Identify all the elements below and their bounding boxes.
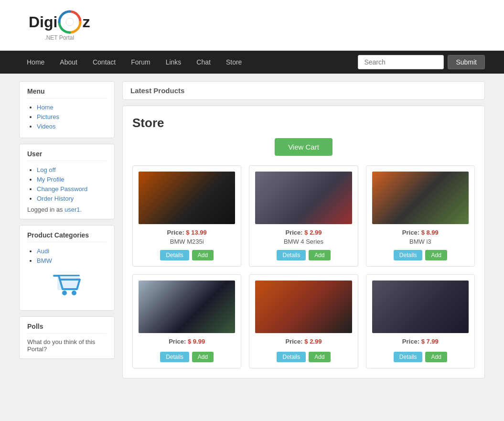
add-button[interactable]: Add [192,352,214,362]
sidebar-categories-list: Audi BMW [27,247,107,264]
sidebar-user-list: Log off My Profile Change Password Order… [27,166,107,202]
product-grid: Price: $ 13.99 BMW M235i Details Add Pri… [132,165,475,368]
price-value: $ 7.99 [421,338,439,345]
product-image [255,172,352,224]
list-item: Home [37,103,107,111]
product-actions: Details Add [277,352,330,362]
product-actions: Details Add [277,250,330,260]
nav-contact[interactable]: Contact [85,52,123,73]
logo-text-before: Digi [29,13,57,31]
category-audi[interactable]: Audi [37,248,49,255]
search-submit-button[interactable]: Submit [448,55,485,69]
svg-point-1 [66,18,74,26]
price-label: Price: [169,338,186,345]
nav-about[interactable]: About [52,52,85,73]
product-card: Price: $ 2.99 BMW 4 Series Details Add [249,165,358,267]
logo-subtitle: .NET Portal [44,34,74,41]
price-value: $ 2.99 [304,338,322,345]
product-actions: Details Add [394,250,447,260]
list-item: Videos [37,122,107,130]
cart-icon [50,271,84,300]
product-card: Price: $ 13.99 BMW M235i Details Add [132,165,241,267]
product-actions: Details Add [394,352,447,362]
sidebar-logoff[interactable]: Log off [37,166,56,173]
product-price: Price: $ 13.99 [167,229,207,236]
username-link[interactable]: user1. [64,206,82,213]
svg-point-5 [72,291,76,295]
navbar: Home About Contact Forum Links Chat Stor… [0,51,504,74]
add-button[interactable]: Add [309,250,330,260]
details-button[interactable]: Details [160,352,189,362]
price-value: $ 9.99 [188,338,205,345]
details-button[interactable]: Details [394,352,423,362]
details-button[interactable]: Details [277,352,306,362]
polls-question: What do you think of this Portal? [27,338,107,353]
list-item: BMW [37,257,107,264]
price-label: Price: [286,229,303,236]
details-button[interactable]: Details [277,250,306,260]
nav-links[interactable]: Links [158,52,189,73]
sidebar-menu-title: Menu [27,87,107,98]
main-content: Latest Products Store View Cart Price: $… [122,81,485,378]
sidebar-menu-box: Menu Home Pictures Videos [19,81,115,138]
header: Digi z .NET Portal [0,0,504,51]
details-button[interactable]: Details [160,250,189,260]
sidebar-user-title: User [27,150,107,161]
product-name: BMW 4 Series [284,238,323,245]
sidebar-user-box: User Log off My Profile Change Password … [19,144,115,219]
price-value: $ 8.99 [421,229,439,236]
view-cart-wrap: View Cart [132,138,475,156]
add-button[interactable]: Add [309,352,330,362]
sidebar-myprofile[interactable]: My Profile [37,176,64,183]
product-image [139,172,235,224]
product-actions: Details Add [160,352,214,362]
sidebar-categories-box: Product Categories Audi BMW [19,225,115,311]
sidebar-changepassword[interactable]: Change Password [37,185,87,193]
nav-store[interactable]: Store [218,52,249,73]
store-title: Store [132,116,475,130]
view-cart-button[interactable]: View Cart [275,138,332,156]
sidebar-menu-pictures[interactable]: Pictures [37,113,59,120]
sidebar-menu-list: Home Pictures Videos [27,103,107,130]
search-area: Submit [358,55,485,69]
logged-in-text: Logged in as user1. [27,206,107,213]
sidebar-menu-home[interactable]: Home [37,104,54,111]
store-container: Store View Cart Price: $ 13.99 BMW M235i… [122,106,485,378]
sidebar-polls-box: Polls What do you think of this Portal? [19,316,115,359]
price-label: Price: [402,229,419,236]
nav-chat[interactable]: Chat [189,52,218,73]
category-bmw[interactable]: BMW [37,257,52,264]
product-name: BMW M235i [170,238,204,245]
price-value: $ 2.99 [304,229,322,236]
svg-rect-3 [59,275,80,276]
nav-home[interactable]: Home [19,52,52,73]
product-image [372,172,469,224]
product-price: Price: $ 9.99 [169,338,205,345]
product-image [139,281,235,333]
product-image [372,281,469,333]
sidebar-orderhistory[interactable]: Order History [37,195,74,202]
product-price: Price: $ 7.99 [402,338,439,345]
nav-links: Home About Contact Forum Links Chat Stor… [19,52,249,73]
sidebar-categories-title: Product Categories [27,231,107,242]
sidebar: Menu Home Pictures Videos User Log off M… [19,81,115,359]
price-label: Price: [286,338,303,345]
details-button[interactable]: Details [394,250,423,260]
list-item: My Profile [37,175,107,183]
price-label: Price: [402,338,419,345]
content-header: Latest Products [122,81,485,100]
add-button[interactable]: Add [425,352,447,362]
sidebar-menu-videos[interactable]: Videos [37,123,56,130]
nav-forum[interactable]: Forum [123,52,158,73]
add-button[interactable]: Add [425,250,447,260]
product-card: Price: $ 8.99 BMW i3 Details Add [366,165,475,267]
product-card: Price: $ 2.99 Details Add [249,274,358,368]
product-name: BMW i3 [409,238,431,245]
product-card: Price: $ 7.99 Details Add [366,274,475,368]
add-button[interactable]: Add [192,250,214,260]
price-value: $ 13.99 [186,229,206,236]
list-item: Log off [37,166,107,173]
product-price: Price: $ 2.99 [286,229,322,236]
search-input[interactable] [358,55,444,69]
main-layout: Menu Home Pictures Videos User Log off M… [0,74,504,386]
